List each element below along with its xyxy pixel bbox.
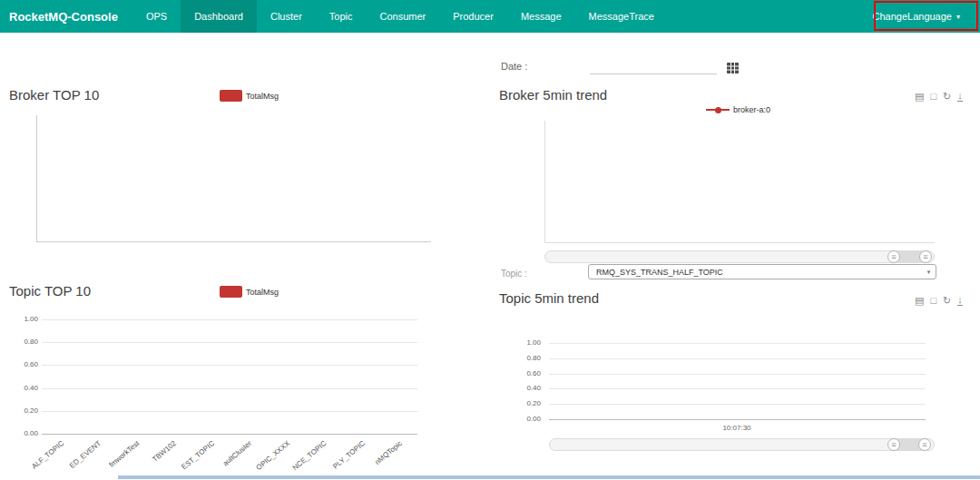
x-category-label: nMQTopic (373, 439, 403, 466)
dataview-icon[interactable]: ▤ (915, 295, 924, 306)
change-language-button[interactable]: ChangeLanguage ▾ (853, 0, 980, 33)
restore-icon[interactable]: □ (930, 295, 936, 306)
broker-trend-title: Broker 5min trend (499, 87, 607, 103)
x-category-label: ED_EVENT (68, 439, 103, 470)
x-category-label: OPIC_XXXX (254, 439, 291, 472)
gridline (549, 343, 926, 344)
date-label: Date : (501, 61, 527, 72)
datazoom-left-handle[interactable]: ≡ (887, 438, 900, 451)
gridline (42, 342, 417, 343)
broker-trend-legend[interactable]: broker-a:0 (706, 105, 770, 114)
nav-item-cluster[interactable]: Cluster (257, 0, 316, 33)
gridline (42, 411, 417, 412)
navbar: RocketMQ-Console OPS Dashboard Cluster T… (0, 0, 980, 33)
y-tick-label: 0.20 (11, 407, 38, 415)
topic-trend-datazoom-slider[interactable]: ≡ ≡ (549, 438, 935, 451)
topic-select-value: RMQ_SYS_TRANS_HALF_TOPIC (589, 268, 922, 277)
page: RocketMQ-Console OPS Dashboard Cluster T… (0, 0, 980, 480)
nav-item-consumer[interactable]: Consumer (367, 0, 440, 33)
datazoom-right-handle[interactable]: ≡ (919, 250, 932, 263)
x-category-label: fmworkTest (107, 439, 141, 469)
broker-trend-datazoom-slider[interactable]: ≡ ≡ (544, 250, 935, 263)
broker-trend-chart (544, 121, 935, 243)
y-tick-label: 0.20 (514, 399, 541, 407)
download-icon[interactable]: ↓ (957, 295, 963, 306)
gridline (42, 319, 417, 320)
x-category-label: aultCluster (221, 439, 253, 467)
nav-item-ops[interactable]: OPS (132, 0, 181, 33)
broker-top10-chart (36, 115, 431, 242)
x-axis-line (42, 434, 417, 435)
change-language-label: ChangeLanguage (873, 11, 952, 22)
gridline (549, 388, 926, 389)
gridline (42, 365, 417, 366)
topic-top10-legend[interactable]: TotalMsg (220, 286, 279, 298)
y-tick-label: 0.80 (514, 354, 541, 362)
x-time-label: 10:07:30 (701, 424, 773, 432)
x-axis-line (549, 419, 926, 420)
y-tick-label: 1.00 (11, 315, 38, 323)
topic-top10-title: Topic TOP 10 (9, 283, 91, 299)
nav-item-producer[interactable]: Producer (439, 0, 507, 33)
gridline (549, 404, 926, 405)
select-arrow-icon: ▼ (922, 269, 936, 275)
y-tick-label: 0.80 (11, 338, 38, 346)
topic-trend-toolbox: ▤ □ ↻ ↓ (915, 295, 963, 306)
y-tick-label: 0.40 (11, 384, 38, 392)
legend-label: TotalMsg (246, 92, 279, 101)
broker-top10-title: Broker TOP 10 (9, 87, 99, 103)
y-tick-label: 0.60 (514, 369, 541, 377)
restore-icon[interactable]: □ (930, 91, 936, 102)
legend-label: broker-a:0 (733, 105, 770, 114)
topic-select[interactable]: RMQ_SYS_TRANS_HALF_TOPIC ▼ (588, 264, 936, 279)
legend-bar-marker-icon (220, 90, 242, 102)
topic-trend-title: Topic 5min trend (499, 290, 599, 306)
y-tick-label: 0.40 (514, 384, 541, 392)
broker-top10-legend[interactable]: TotalMsg (220, 90, 279, 102)
nav-item-messagetrace[interactable]: MessageTrace (575, 0, 668, 33)
caret-down-icon: ▾ (956, 13, 960, 21)
x-category-label: ALF_TOPIC (30, 439, 65, 471)
x-category-label: PLY_TOPIC (331, 439, 367, 471)
nav-item-topic[interactable]: Topic (316, 0, 367, 33)
nav-item-dashboard[interactable]: Dashboard (181, 0, 257, 33)
topic-label: Topic : (501, 269, 527, 279)
x-category-label: NCE_TOPIC (291, 439, 328, 472)
legend-label: TotalMsg (246, 288, 279, 297)
legend-bar-marker-icon (220, 286, 242, 298)
gridline (42, 388, 417, 389)
gridline (549, 374, 926, 375)
gridline (549, 358, 926, 359)
datazoom-left-handle[interactable]: ≡ (887, 250, 900, 263)
dataview-icon[interactable]: ▤ (915, 91, 924, 102)
legend-line-marker-icon (706, 106, 730, 113)
refresh-icon[interactable]: ↻ (943, 295, 951, 306)
download-icon[interactable]: ↓ (957, 91, 963, 102)
y-tick-label: 0.00 (11, 429, 38, 437)
y-tick-label: 1.00 (514, 338, 541, 347)
nav-item-message[interactable]: Message (507, 0, 575, 33)
x-category-label: EST_TOPIC (180, 439, 216, 471)
date-input[interactable] (590, 58, 717, 74)
calendar-icon[interactable] (727, 61, 739, 77)
y-tick-label: 0.00 (514, 415, 541, 423)
y-tick-label: 0.60 (11, 360, 38, 368)
brand-logo[interactable]: RocketMQ-Console (0, 0, 132, 33)
x-category-label: TBW102 (151, 439, 178, 464)
broker-trend-toolbox: ▤ □ ↻ ↓ (915, 91, 963, 102)
horizontal-scrollbar[interactable] (118, 475, 980, 479)
refresh-icon[interactable]: ↻ (943, 91, 951, 102)
datazoom-right-handle[interactable]: ≡ (918, 438, 931, 451)
